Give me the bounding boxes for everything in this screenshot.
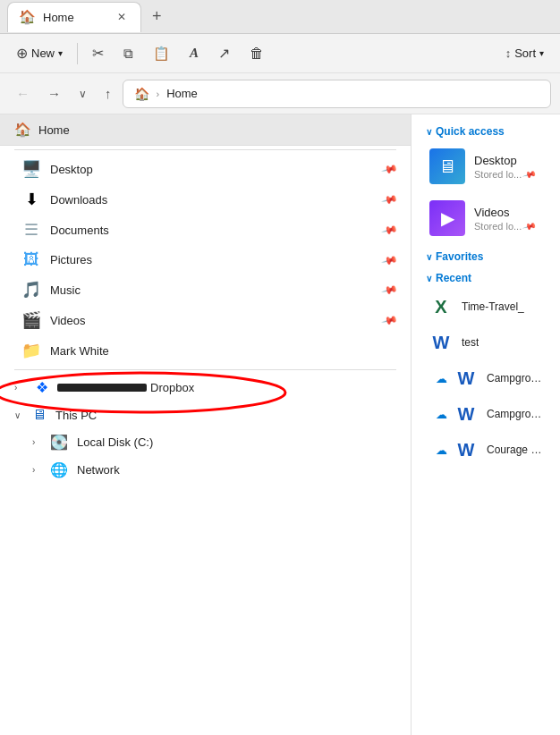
sidebar-divider-2 xyxy=(14,369,396,370)
excel-icon: X xyxy=(429,295,453,318)
sort-button[interactable]: ↕ Sort ▾ xyxy=(496,38,553,69)
videos-qa-sub: Stored lo... 📌 xyxy=(474,221,535,232)
sidebar: 🏠 Home 🖥️ Desktop 📌 ⬇ Downloads 📌 ☰ Docu… xyxy=(0,114,412,735)
sidebar-item-dropbox[interactable]: › ❖ Dropbox xyxy=(0,374,411,401)
sidebar-desktop-label: Desktop xyxy=(50,163,374,176)
home-icon: 🏠 xyxy=(14,122,31,138)
delete-button[interactable]: 🗑 xyxy=(241,38,273,69)
this-pc-icon: 🖥 xyxy=(32,407,47,423)
network-expand-icon: › xyxy=(32,465,45,475)
desktop-folder-icon: 🖥️ xyxy=(21,159,41,179)
cut-icon: ✂ xyxy=(92,45,104,62)
sidebar-user-label: Mark White xyxy=(50,344,396,358)
quick-access-chevron: ∨ xyxy=(426,127,432,137)
sidebar-music-label: Music xyxy=(50,283,374,297)
new-button[interactable]: ⊕ New ▾ xyxy=(7,38,72,69)
cloud-icon-3: ☁ xyxy=(429,438,453,461)
up-button[interactable]: ↑ xyxy=(98,80,119,107)
recent-locations-button[interactable]: ∨ xyxy=(72,80,94,107)
pin-icon-downloads: 📌 xyxy=(381,190,399,208)
desktop-pin-icon: 📌 xyxy=(522,167,537,182)
sidebar-item-pictures[interactable]: 🖼 Pictures 📌 xyxy=(0,245,411,275)
recent-item-test[interactable]: W test xyxy=(426,329,546,356)
pictures-icon: 🖼 xyxy=(21,250,41,269)
sidebar-item-home[interactable]: 🏠 Home xyxy=(0,114,411,146)
documents-icon: ☰ xyxy=(21,220,41,240)
tab-title: Home xyxy=(43,11,74,24)
toolbar-separator-1 xyxy=(77,43,78,64)
sidebar-item-videos[interactable]: 🎬 Videos 📌 xyxy=(0,305,411,335)
toolbar: ⊕ New ▾ ✂ ⧉ 📋 A ↗ 🗑 ↕ Sort ▾ xyxy=(0,34,560,73)
rename-icon: A xyxy=(190,46,199,61)
quick-access-title: Quick access xyxy=(436,125,505,138)
word-icon-camp1: W xyxy=(454,367,478,390)
sidebar-item-local-disk[interactable]: › 💽 Local Disk (C:) xyxy=(0,428,411,456)
cloud-icon-2: ☁ xyxy=(429,402,453,426)
this-pc-label: This PC xyxy=(55,409,97,422)
copy-icon: ⧉ xyxy=(123,46,133,62)
forward-button[interactable]: → xyxy=(40,80,68,107)
recent-section-title: ∨ Recent xyxy=(426,272,546,284)
recent-name-campground2: Campground xyxy=(487,408,542,420)
music-icon: 🎵 xyxy=(21,280,41,300)
dropbox-label: Dropbox xyxy=(150,381,194,394)
pin-icon-pictures: 📌 xyxy=(381,251,399,269)
word-icon-courage: W xyxy=(454,438,478,461)
desktop-qa-sub: Stored lo... 📌 xyxy=(474,169,535,180)
sidebar-item-this-pc[interactable]: ∨ 🖥 This PC xyxy=(0,401,411,428)
sidebar-item-network[interactable]: › 🌐 Network xyxy=(0,456,411,484)
cloud-icon-1: ☁ xyxy=(429,367,453,390)
videos-pin-icon: 📌 xyxy=(522,219,537,233)
favorites-title: Favorites xyxy=(436,250,483,263)
recent-item-campground2[interactable]: ☁ W Campground xyxy=(426,401,546,427)
sidebar-item-documents[interactable]: ☰ Documents 📌 xyxy=(0,215,411,245)
home-tab[interactable]: 🏠 Home ✕ xyxy=(7,2,141,32)
recent-chevron: ∨ xyxy=(426,274,432,283)
recent-title: Recent xyxy=(436,272,471,284)
downloads-icon: ⬇ xyxy=(21,190,41,209)
right-panel: ∨ Quick access 🖥 Desktop Stored lo... 📌 … xyxy=(412,114,560,735)
pin-icon-documents: 📌 xyxy=(381,221,399,239)
recent-item-time-travel[interactable]: X Time-Travel_ xyxy=(426,293,546,320)
desktop-thumbnail: 🖥 xyxy=(429,148,465,184)
dropbox-section: › ❖ Dropbox xyxy=(0,374,411,401)
delete-icon: 🗑 xyxy=(250,46,264,62)
dropbox-expand-icon: › xyxy=(14,383,27,393)
sort-chevron-icon: ▾ xyxy=(539,48,544,58)
sidebar-home-label: Home xyxy=(38,123,70,137)
pin-icon-videos: 📌 xyxy=(381,311,399,329)
paste-icon: 📋 xyxy=(153,46,170,62)
sidebar-item-desktop[interactable]: 🖥️ Desktop 📌 xyxy=(0,154,411,184)
tab-home-icon: 🏠 xyxy=(19,9,36,25)
copy-button[interactable]: ⧉ xyxy=(115,38,142,69)
sidebar-downloads-label: Downloads xyxy=(50,193,374,207)
quick-access-desktop[interactable]: 🖥 Desktop Stored lo... 📌 xyxy=(426,147,546,186)
sidebar-item-downloads[interactable]: ⬇ Downloads 📌 xyxy=(0,184,411,215)
this-pc-expand-icon: ∨ xyxy=(14,410,27,420)
new-chevron-icon: ▾ xyxy=(58,48,63,58)
cut-button[interactable]: ✂ xyxy=(83,38,113,69)
desktop-qa-name: Desktop xyxy=(474,154,535,167)
sidebar-documents-label: Documents xyxy=(50,224,374,237)
local-disk-label: Local Disk (C:) xyxy=(77,435,153,449)
tab-bar: 🏠 Home ✕ + xyxy=(0,0,560,34)
quick-access-videos[interactable]: ▶ Videos Stored lo... 📌 xyxy=(426,199,546,238)
sidebar-item-music[interactable]: 🎵 Music 📌 xyxy=(0,275,411,305)
rename-button[interactable]: A xyxy=(181,38,208,69)
local-disk-expand-icon: › xyxy=(32,437,45,447)
sort-label: Sort xyxy=(514,46,536,60)
address-box[interactable]: 🏠 › Home xyxy=(123,80,552,108)
recent-name-courage: Courage to C xyxy=(487,444,542,456)
favorites-section-title: ∨ Favorites xyxy=(426,250,546,263)
sidebar-pictures-label: Pictures xyxy=(50,253,374,266)
sort-icon: ↕ xyxy=(505,46,512,60)
back-button[interactable]: ← xyxy=(9,80,37,107)
sidebar-item-user-folder[interactable]: 📁 Mark White xyxy=(0,335,411,366)
new-icon: ⊕ xyxy=(16,45,28,62)
new-tab-button[interactable]: + xyxy=(145,4,169,30)
paste-button[interactable]: 📋 xyxy=(144,38,179,69)
recent-item-campground1[interactable]: ☁ W Campground xyxy=(426,365,546,392)
recent-item-courage[interactable]: ☁ W Courage to C xyxy=(426,436,546,463)
share-button[interactable]: ↗ xyxy=(209,38,239,69)
tab-close-button[interactable]: ✕ xyxy=(114,9,130,25)
